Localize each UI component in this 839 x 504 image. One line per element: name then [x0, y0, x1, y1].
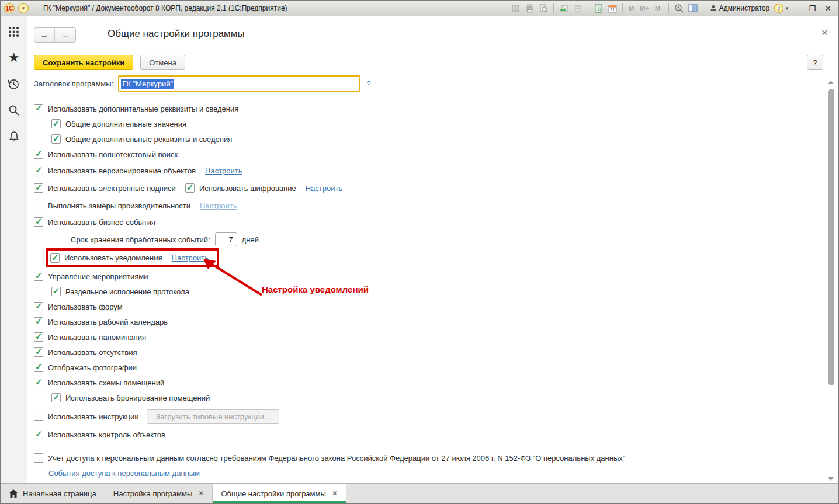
- tool-sidebar: ★: [1, 16, 27, 483]
- save-icon[interactable]: [509, 2, 521, 14]
- checkbox[interactable]: [34, 332, 43, 342]
- main-menu-button[interactable]: ▼: [18, 3, 29, 13]
- divider: [622, 3, 623, 13]
- save-settings-button[interactable]: Сохранить настройки: [34, 55, 133, 70]
- current-user[interactable]: Администратор: [710, 4, 770, 12]
- configure-performance-link[interactable]: Настроить: [200, 201, 237, 210]
- checkbox[interactable]: [34, 317, 43, 326]
- checkbox-row: Использовать инструкции Загрузить типовы…: [34, 409, 815, 424]
- checkbox-row: Использовать форум: [34, 299, 815, 314]
- checkbox[interactable]: [51, 134, 61, 144]
- scroll-down-arrow[interactable]: [828, 477, 834, 481]
- close-tab-icon[interactable]: ✕: [332, 489, 338, 498]
- help-button[interactable]: ?: [807, 55, 823, 70]
- checkbox-label: Использовать контроль объектов: [48, 430, 165, 439]
- checkbox[interactable]: [34, 363, 43, 372]
- retention-days-input[interactable]: [215, 232, 237, 246]
- divider: [703, 3, 703, 13]
- checkbox[interactable]: [34, 378, 43, 387]
- back-button[interactable]: ←: [34, 28, 55, 42]
- favorites-star-icon[interactable]: ★: [8, 51, 20, 64]
- divider: [668, 3, 669, 13]
- checkbox-row: Общие дополнительные реквизиты и сведени…: [51, 131, 815, 147]
- go-to-link-icon[interactable]: [572, 2, 584, 14]
- svg-text:31: 31: [610, 8, 615, 12]
- memory-subtract-button[interactable]: M-: [653, 5, 664, 12]
- checkbox-row: Раздельное исполнение протокола: [51, 284, 815, 299]
- checkbox[interactable]: [185, 183, 195, 193]
- split-view-icon[interactable]: [687, 2, 699, 14]
- divider: [588, 3, 588, 13]
- checkbox-label: Использовать рабочий календарь: [48, 318, 168, 326]
- checkbox[interactable]: [51, 287, 61, 296]
- settings-list: Использовать дополнительные реквизиты и …: [34, 101, 815, 481]
- divider: [553, 3, 554, 13]
- checkbox-label: Использовать шифрование: [199, 184, 296, 193]
- load-instructions-button[interactable]: Загрузить типовые инструкции...: [147, 409, 279, 424]
- checkbox[interactable]: [34, 347, 43, 357]
- info-menu-button[interactable]: i ▼: [774, 4, 789, 13]
- checkbox[interactable]: [34, 183, 43, 193]
- checkbox[interactable]: [34, 150, 43, 159]
- tab-home[interactable]: Начальная страница: [1, 484, 105, 503]
- program-title-label: Заголовок программы:: [34, 79, 113, 88]
- tab-program-settings[interactable]: Настройка программы ✕: [105, 484, 213, 503]
- link-row: События доступа к персональным данным: [48, 465, 815, 481]
- calendar-icon[interactable]: 31: [606, 2, 618, 14]
- checkbox-row: Использовать электронные подписи Использ…: [34, 180, 815, 196]
- checkbox[interactable]: [34, 201, 43, 210]
- minimize-button[interactable]: –: [792, 4, 803, 13]
- close-form-icon[interactable]: ✕: [821, 28, 828, 37]
- home-icon: [9, 489, 18, 498]
- maximize-button[interactable]: ❐: [805, 4, 819, 13]
- configure-encryption-link[interactable]: Настроить: [306, 184, 343, 193]
- configure-versioning-link[interactable]: Настроить: [205, 166, 242, 175]
- scrollbar-thumb[interactable]: [828, 89, 834, 385]
- chevron-down-icon: ▼: [785, 6, 789, 11]
- checkbox-label: Использовать схемы помещений: [48, 378, 164, 387]
- forward-button[interactable]: →: [55, 28, 75, 42]
- vertical-scrollbar[interactable]: [828, 81, 835, 481]
- search-icon[interactable]: [8, 104, 20, 117]
- program-title-value: ГК "Меркурий": [121, 79, 174, 89]
- get-link-icon[interactable]: [558, 2, 570, 14]
- calculator-icon[interactable]: [592, 2, 604, 14]
- checkbox-label: Использовать форум: [48, 303, 123, 311]
- checkbox[interactable]: [34, 166, 43, 175]
- user-name: Администратор: [719, 4, 770, 12]
- checkbox[interactable]: [34, 302, 43, 311]
- cancel-button[interactable]: Отмена: [140, 55, 185, 70]
- checkbox[interactable]: [34, 104, 43, 113]
- checkbox[interactable]: [51, 119, 61, 128]
- pdn-events-link[interactable]: События доступа к персональным данным: [48, 469, 200, 478]
- scroll-up-arrow[interactable]: [828, 81, 834, 84]
- checkbox-label: Использовать инструкции: [48, 412, 138, 421]
- close-window-button[interactable]: ✕: [821, 4, 835, 13]
- print-preview-icon[interactable]: [538, 2, 549, 14]
- checkbox[interactable]: [34, 217, 43, 227]
- checkbox[interactable]: [34, 430, 43, 439]
- checkbox-label: Использовать уведомления: [64, 253, 162, 262]
- checkbox[interactable]: [34, 412, 43, 421]
- divider: [34, 3, 34, 13]
- checkbox-label: Учет доступа к персональным данным согла…: [48, 454, 625, 463]
- zoom-icon[interactable]: [673, 2, 685, 14]
- checkbox[interactable]: [51, 393, 61, 402]
- checkbox-row: Использовать схемы помещений: [34, 375, 815, 390]
- checkbox[interactable]: [34, 272, 43, 281]
- program-title-input[interactable]: ГК "Меркурий": [118, 75, 360, 92]
- print-icon[interactable]: [523, 2, 535, 14]
- checkbox[interactable]: [34, 453, 43, 463]
- memory-store-button[interactable]: M: [627, 5, 636, 12]
- history-icon[interactable]: [8, 78, 20, 91]
- memory-add-button[interactable]: M+: [638, 5, 651, 12]
- checkbox[interactable]: [50, 253, 60, 263]
- tab-general-settings[interactable]: Общие настройки программы ✕: [213, 484, 346, 503]
- menu-grid-icon[interactable]: [8, 25, 20, 38]
- notifications-bell-icon[interactable]: [8, 130, 20, 143]
- annotation-label: Настройка уведомлений: [262, 284, 369, 294]
- close-tab-icon[interactable]: ✕: [198, 489, 204, 498]
- field-hint[interactable]: ?: [366, 79, 370, 88]
- checkbox-row: Использовать контроль объектов: [34, 427, 815, 442]
- checkbox-row: Использовать отсутствия: [34, 345, 815, 360]
